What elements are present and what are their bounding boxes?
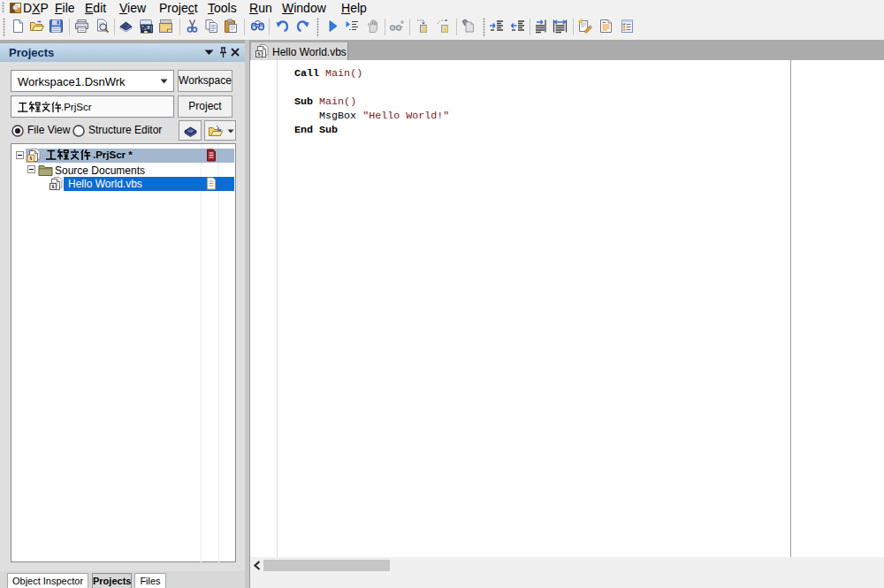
svg-text:s: s (258, 50, 261, 57)
svg-text:s: s (30, 154, 33, 162)
svg-text:s: s (52, 182, 55, 190)
